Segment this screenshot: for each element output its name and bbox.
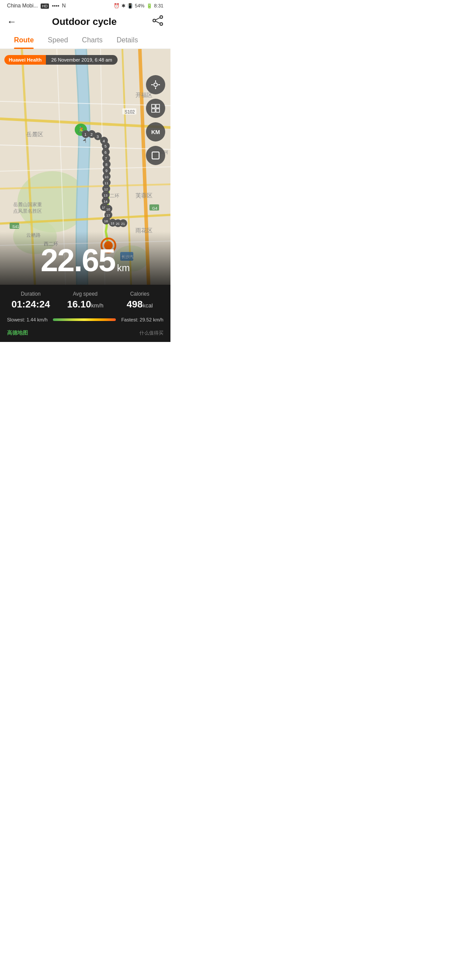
- header: ← Outdoor cycle: [0, 10, 170, 32]
- svg-point-0: [153, 19, 156, 22]
- stat-calories-unit: kcal: [142, 302, 153, 309]
- speed-range-bar: Slowest: 1.44 km/h Fastest: 29.52 km/h: [0, 314, 170, 327]
- signal-bars: ▪▪▪▪: [52, 3, 59, 9]
- svg-text:S41: S41: [12, 224, 19, 229]
- svg-text:11: 11: [104, 181, 108, 185]
- svg-text:芙蓉区: 芙蓉区: [135, 192, 153, 199]
- stats-bar: Duration 01:24:24 Avg speed 16.10km/h Ca…: [0, 285, 170, 314]
- svg-text:岳麓山国家重: 岳麓山国家重: [13, 202, 42, 207]
- svg-rect-96: [156, 109, 160, 112]
- app-watermark: 什么值得买: [139, 330, 163, 336]
- tab-charts[interactable]: Charts: [75, 32, 110, 48]
- clock: 8:31: [154, 3, 163, 8]
- distance-overlay: 22.65 km: [0, 231, 170, 285]
- hd-badge: HD: [41, 3, 49, 9]
- map-type-button[interactable]: [146, 99, 165, 118]
- svg-text:G4: G4: [152, 206, 157, 210]
- svg-point-88: [154, 83, 157, 86]
- status-bar: China Mobi... HD ▪▪▪▪ N ⏰ ✱ 📳 54% 🔋 8:31: [0, 0, 170, 10]
- date-badge: 26 November 2019, 6:48 am: [46, 55, 117, 65]
- health-badge: Huawei Health: [4, 55, 46, 65]
- svg-text:1: 1: [84, 132, 87, 137]
- stat-duration-label: Duration: [3, 291, 58, 297]
- stat-calories: Calories 498kcal: [112, 291, 167, 310]
- locate-button[interactable]: [146, 75, 165, 94]
- battery-icon: 🔋: [146, 3, 153, 9]
- svg-text:点风景名胜区: 点风景名胜区: [13, 208, 42, 214]
- svg-text:岳麓区: 岳麓区: [26, 131, 43, 138]
- svg-rect-95: [152, 109, 155, 112]
- map-brand: 高德地图: [7, 329, 28, 337]
- svg-line-3: [156, 18, 160, 20]
- stat-duration: Duration 01:24:24: [3, 291, 58, 310]
- svg-point-1: [160, 16, 163, 18]
- stat-duration-value: 01:24:24: [3, 299, 58, 310]
- share-button[interactable]: [152, 15, 163, 28]
- bluetooth-icon: ✱: [121, 3, 125, 9]
- stat-avgspeed-value: 16.10km/h: [58, 299, 113, 310]
- svg-text:7: 7: [105, 156, 107, 161]
- distance-value: 22.65: [41, 243, 115, 278]
- tab-bar: Route Speed Charts Details: [0, 32, 170, 49]
- svg-rect-94: [156, 104, 160, 108]
- svg-text:2: 2: [90, 132, 93, 137]
- alarm-icon: ⏰: [114, 3, 120, 9]
- fullscreen-button[interactable]: [146, 146, 165, 165]
- stat-avgspeed-unit: km/h: [91, 302, 103, 309]
- vibrate-icon: 📳: [127, 3, 133, 9]
- bottom-branding: 高德地图 什么值得买: [0, 327, 170, 342]
- fastest-label: Fastest: 29.52 km/h: [121, 317, 163, 322]
- svg-rect-97: [152, 152, 159, 159]
- svg-text:8: 8: [105, 162, 108, 167]
- svg-point-2: [160, 23, 163, 25]
- distance-unit: km: [117, 262, 130, 273]
- svg-text:20: 20: [116, 222, 120, 226]
- speed-gradient-bar: [53, 318, 116, 321]
- svg-line-4: [156, 21, 160, 24]
- map-info-badge: Huawei Health 26 November 2019, 6:48 am: [4, 55, 118, 65]
- stat-avgspeed-label: Avg speed: [58, 291, 113, 297]
- slowest-label: Slowest: 1.44 km/h: [7, 317, 48, 322]
- svg-text:3: 3: [97, 135, 99, 139]
- stat-calories-value: 498kcal: [112, 299, 167, 310]
- svg-text:10: 10: [104, 175, 108, 179]
- svg-text:16: 16: [106, 207, 110, 211]
- nfc-icon: N: [62, 3, 66, 9]
- tab-details[interactable]: Details: [110, 32, 145, 48]
- map-area[interactable]: S102 S102 S41 S41 G4 G4 开福区 芙蓉区 岳麓山国家重 点…: [0, 49, 170, 285]
- stat-avgspeed: Avg speed 16.10km/h: [58, 291, 113, 310]
- tab-speed[interactable]: Speed: [41, 32, 75, 48]
- stat-calories-label: Calories: [112, 291, 167, 297]
- battery-level: 54%: [135, 3, 145, 8]
- unit-toggle-button[interactable]: KM: [146, 122, 165, 141]
- back-button[interactable]: ←: [7, 16, 17, 28]
- svg-text:18: 18: [104, 219, 108, 223]
- tab-route[interactable]: Route: [7, 32, 41, 48]
- svg-text:9: 9: [105, 169, 108, 173]
- svg-text:21: 21: [121, 222, 125, 226]
- page-title: Outdoor cycle: [52, 16, 117, 28]
- carrier-info: China Mobi... HD ▪▪▪▪ N: [7, 3, 66, 9]
- svg-text:12: 12: [104, 187, 108, 191]
- map-controls: KM: [146, 75, 165, 165]
- svg-text:14: 14: [104, 200, 108, 204]
- svg-text:5: 5: [104, 144, 107, 148]
- svg-rect-93: [152, 104, 155, 108]
- svg-text:S102: S102: [125, 110, 135, 114]
- svg-text:6: 6: [104, 150, 107, 155]
- status-right: ⏰ ✱ 📳 54% 🔋 8:31: [114, 3, 163, 9]
- svg-text:13: 13: [104, 193, 108, 197]
